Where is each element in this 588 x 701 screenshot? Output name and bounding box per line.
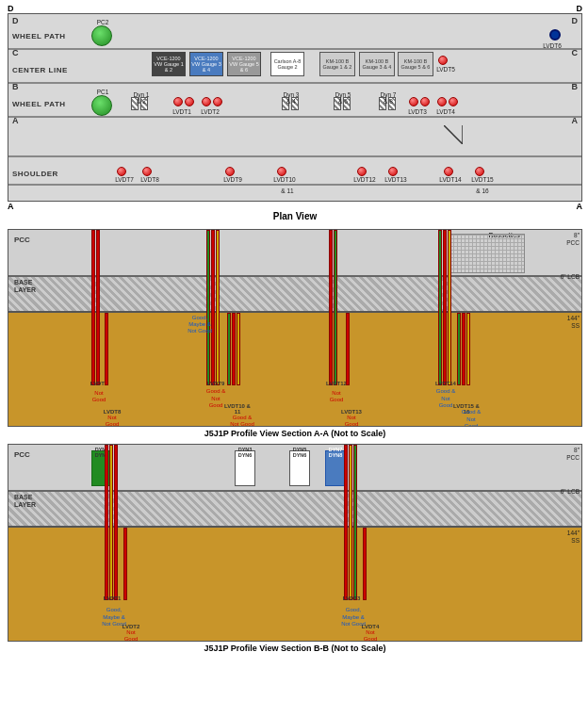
lvdt12-status: NotGood <box>323 390 350 403</box>
lvdt2-label: LVDT2 <box>199 108 221 115</box>
rod-lvdt14-green <box>438 230 442 385</box>
lvdt2-circle-1 <box>202 97 211 106</box>
row-a-label: A <box>12 116 19 125</box>
rod-lvdt14-red <box>443 230 447 385</box>
rod-lvdt3-bb-red <box>344 445 348 600</box>
lvdt1-label: LVDT1 <box>171 108 193 115</box>
rod-lvdt1516-green <box>457 313 461 385</box>
lvdt5-label: LVDT5 <box>434 66 457 73</box>
rod-lvdt4-bb <box>363 528 367 600</box>
rod-lvdt1516-red <box>462 313 466 385</box>
dim-lcb-aa: 6" LCB <box>561 273 580 280</box>
corner-a-right-bottom: A <box>577 202 583 211</box>
lvdt5-circle <box>438 56 448 65</box>
main-container: D D WHEEL PATH CENTER LINE WHEEL PATH <box>0 0 588 657</box>
row-c-label: C <box>12 48 19 57</box>
lvdt1516-status: Good &NotGood <box>452 409 490 427</box>
profile-bb-title: J5J1P Profile View Section B-B (Not to S… <box>8 644 582 653</box>
svg-line-0 <box>444 125 463 144</box>
plan-view-title: Plan View <box>8 211 582 221</box>
rod-lvdt3-bb-yellow <box>349 445 352 600</box>
pcc-label-bb: PCC <box>14 450 30 459</box>
lvdt1-circle-1 <box>173 97 183 106</box>
pc2-label: PC2 <box>91 19 114 25</box>
lvdt9-plan-circle <box>225 167 235 176</box>
dyn56-bb-label: DYN5DYN6 <box>285 447 315 458</box>
lvdt1-circles <box>173 97 194 106</box>
dim-pcc-aa: 8"PCC <box>566 232 580 247</box>
lvdt2-bb-status: NotGood <box>118 629 144 642</box>
row-d-right-label: D <box>572 16 579 25</box>
lvdt10-plan-label: LVDT10 <box>271 176 298 183</box>
rod-lvdt9-red <box>211 230 215 385</box>
lvdt14-profile-label: LVDT14 <box>433 381 459 386</box>
lvdt8-status: NotGood <box>99 415 125 427</box>
corner-d-right-top: D <box>577 4 583 13</box>
lvdt3-circle-2 <box>420 97 430 106</box>
rod-lvdt10-red <box>232 313 236 385</box>
dim-ss-aa: 144"SS <box>567 315 580 330</box>
rod-lvdt1-red2-bb <box>114 445 118 600</box>
h-line-4 <box>8 155 581 157</box>
km-box-2: KM-100 BGauge 3 & 4 <box>359 52 395 76</box>
row-c-right-label: C <box>572 48 579 57</box>
h-line-5 <box>8 184 581 186</box>
h-line-2 <box>8 82 581 84</box>
rod-lvdt8 <box>105 313 108 385</box>
lvdt2-circles <box>202 97 222 106</box>
lvdt11-plan-label: & 11 <box>275 187 300 194</box>
arrow-mark <box>444 125 463 144</box>
lvdt7-plan-circle <box>117 167 126 176</box>
lvdt3-bb-label: LVDT3 <box>338 595 365 601</box>
carlson-box: Carlson A-8Gauge 2 <box>270 52 304 76</box>
profile-aa-container: PCC BASELAYER Rossettes 8"PCC 6" LCB 144… <box>8 229 582 438</box>
pcc-label-aa: PCC <box>14 236 30 244</box>
rod-lvdt10-green <box>227 313 231 385</box>
lvdt13-plan-circle <box>388 167 398 176</box>
lvdt1-circle-2 <box>185 97 194 106</box>
row-b-right-label: B <box>572 82 579 91</box>
row-a-right-label: A <box>572 116 579 125</box>
plan-diagram: WHEEL PATH CENTER LINE WHEEL PATH SHOULD… <box>8 13 582 202</box>
lvdt4-label: LVDT4 <box>434 108 457 115</box>
lvdt3-label: LVDT3 <box>406 108 429 115</box>
dyn78-label: Dyn 7& 8 <box>375 91 401 105</box>
row-b-label: B <box>12 82 19 91</box>
lvdt9-extra-status: Good,Maybe &Not Good <box>176 315 223 335</box>
profile-aa-title: J5J1P Profile View Section A-A (Not to S… <box>8 429 582 438</box>
rod-lvdt9-green <box>206 230 210 385</box>
lvdt13-plan-label: LVDT13 <box>383 176 409 183</box>
rod-lvdt3-bb-green <box>353 445 357 600</box>
lvdt7-status: NotGood <box>86 390 112 403</box>
center-line-label: CENTER LINE <box>12 66 68 74</box>
lvdt15-plan-circle <box>475 167 484 176</box>
rod-lvdt12-red <box>329 230 333 385</box>
lvdt4-circle-1 <box>437 97 447 106</box>
rod-lvdt2-bb <box>123 528 127 600</box>
lvdt9-plan-label: LVDT9 <box>221 176 244 183</box>
rod-lvdt1-bb <box>105 445 108 600</box>
rossette-area <box>449 234 525 273</box>
km-box-1: KM-100 BGauge 1 & 2 <box>319 52 355 76</box>
lvdt8-plan-circle <box>142 167 152 176</box>
lvdt14-plan-label: LVDT14 <box>437 176 464 183</box>
lvdt4-circles <box>437 97 458 106</box>
lvdt12-plan-circle <box>357 167 367 176</box>
row-d-label: D <box>12 16 19 25</box>
lvdt9-profile-label: LVDT9 <box>203 381 229 386</box>
profile-bb-box: PCC BASELAYER 8"PCC 6" LCB 144"SS DYN1DY… <box>8 444 582 642</box>
vce-box-3: VCE-1200VW Gauge 5& 6 <box>227 52 261 76</box>
lvdt7-plan-label: LVDT7 <box>113 176 136 183</box>
lvdt13-status: NotGood <box>338 415 365 427</box>
dyn34-label: Dyn 3& 4 <box>278 91 304 105</box>
rod-lvdt9-yellow <box>216 230 220 385</box>
base-layer-bb <box>8 492 581 528</box>
dyn36-bb-label: DYN3DYN6 <box>230 447 260 458</box>
profile-aa-box: PCC BASELAYER Rossettes 8"PCC 6" LCB 144… <box>8 229 582 427</box>
wheel-path-bottom-label: WHEEL PATH <box>12 100 66 108</box>
rod-lvdt1-yellow-bb <box>109 445 113 600</box>
lvdt4-bb-status: NotGood <box>357 629 384 642</box>
lvdt12-plan-label: LVDT12 <box>351 176 378 183</box>
rod-lvdt12-green <box>334 230 337 385</box>
profile-bb-container: PCC BASELAYER 8"PCC 6" LCB 144"SS DYN1DY… <box>8 444 582 653</box>
